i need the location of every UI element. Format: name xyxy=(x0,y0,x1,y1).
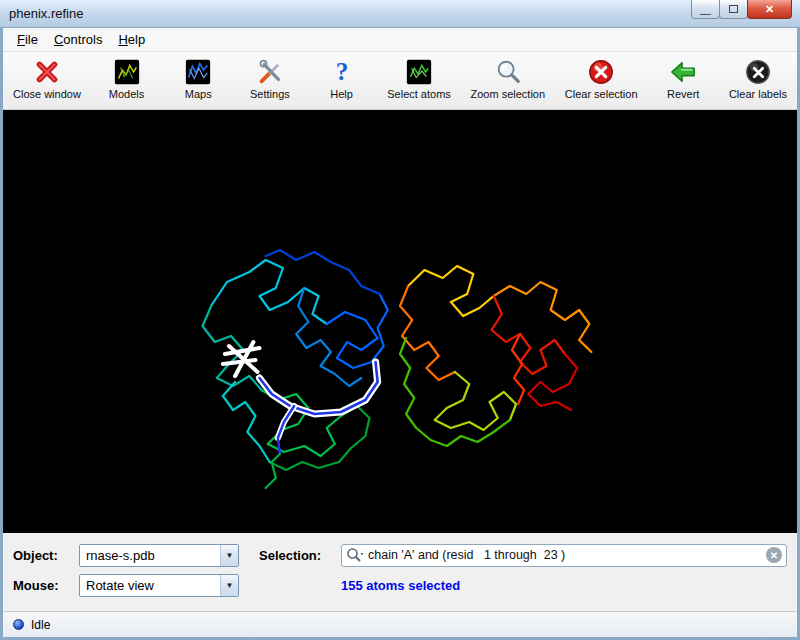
menu-file[interactable]: File xyxy=(9,29,46,50)
close-button[interactable]: ✕ xyxy=(747,0,792,19)
select-atoms-icon xyxy=(404,57,434,87)
control-panel: Object: rnase-s.pdb ▼ Selection: chain '… xyxy=(3,533,797,611)
toolbar-label: Close window xyxy=(13,88,81,100)
toolbar-clear-labels[interactable]: Clear labels xyxy=(727,56,789,101)
minimize-icon: — xyxy=(700,7,711,19)
maximize-button[interactable] xyxy=(719,0,748,19)
settings-icon xyxy=(255,57,285,87)
mouse-dropdown[interactable]: Rotate view ▼ xyxy=(79,574,239,597)
toolbar-revert[interactable]: Revert xyxy=(655,56,711,101)
toolbar-label: Clear selection xyxy=(565,88,638,100)
mouse-label: Mouse: xyxy=(13,578,79,593)
object-row: Object: rnase-s.pdb ▼ Selection: chain '… xyxy=(13,540,787,570)
zoom-selection-icon xyxy=(493,57,523,87)
menu-help[interactable]: Help xyxy=(110,29,153,50)
statusbar: Idle xyxy=(3,611,797,637)
toolbar-label: Clear labels xyxy=(729,88,787,100)
selection-value[interactable]: chain 'A' and (resid 1 through 23 ) xyxy=(368,548,766,562)
maps-icon xyxy=(183,57,213,87)
toolbar-label: Zoom selection xyxy=(471,88,546,100)
menubar: File Controls Help xyxy=(3,28,797,52)
toolbar-zoom-selection[interactable]: Zoom selection xyxy=(469,56,548,101)
atoms-selected-text: 155 atoms selected xyxy=(341,578,460,593)
toolbar-settings[interactable]: Settings xyxy=(242,56,298,101)
status-dot-icon xyxy=(13,619,24,630)
window-controls: — ✕ xyxy=(692,0,792,19)
toolbar-label: Maps xyxy=(185,88,212,100)
close-icon: ✕ xyxy=(765,3,774,16)
object-dropdown-value: rnase-s.pdb xyxy=(80,548,220,563)
toolbar-models[interactable]: Models xyxy=(99,56,155,101)
models-icon xyxy=(112,57,142,87)
selection-label: Selection: xyxy=(259,548,341,563)
svg-text:?: ? xyxy=(335,58,348,85)
phenix-refine-window: phenix.refine — ✕ File Controls Help Clo… xyxy=(0,0,800,640)
toolbar-close-window[interactable]: Close window xyxy=(11,56,83,101)
help-icon: ? xyxy=(327,57,357,87)
menu-controls[interactable]: Controls xyxy=(46,29,110,50)
molecule-render xyxy=(3,110,797,533)
search-icon xyxy=(346,547,368,563)
chevron-down-icon: ▼ xyxy=(220,545,238,566)
status-text: Idle xyxy=(31,618,50,632)
toolbar-label: Revert xyxy=(667,88,699,100)
clear-labels-icon xyxy=(743,57,773,87)
toolbar-label: Help xyxy=(330,88,353,100)
close-window-icon xyxy=(32,57,62,87)
toolbar-clear-selection[interactable]: Clear selection xyxy=(563,56,640,101)
window-title: phenix.refine xyxy=(9,6,83,21)
clear-selection-field-icon[interactable]: ✕ xyxy=(766,547,782,563)
selection-input[interactable]: chain 'A' and (resid 1 through 23 ) ✕ xyxy=(341,544,787,567)
toolbar-label: Models xyxy=(109,88,144,100)
maximize-icon xyxy=(729,5,738,13)
toolbar-select-atoms[interactable]: Select atoms xyxy=(385,56,453,101)
object-dropdown[interactable]: rnase-s.pdb ▼ xyxy=(79,544,239,567)
toolbar: Close window Models Maps Settings ? Help xyxy=(3,52,797,110)
toolbar-maps[interactable]: Maps xyxy=(170,56,226,101)
clear-selection-icon xyxy=(586,57,616,87)
molecule-viewport[interactable] xyxy=(3,110,797,533)
revert-icon xyxy=(668,57,698,87)
titlebar[interactable]: phenix.refine — ✕ xyxy=(0,0,800,28)
minimize-button[interactable]: — xyxy=(691,0,720,19)
mouse-dropdown-value: Rotate view xyxy=(80,578,220,593)
toolbar-label: Select atoms xyxy=(387,88,451,100)
mouse-row: Mouse: Rotate view ▼ 155 atoms selected xyxy=(13,570,787,600)
object-label: Object: xyxy=(13,548,79,563)
toolbar-help[interactable]: ? Help xyxy=(314,56,370,101)
toolbar-label: Settings xyxy=(250,88,290,100)
chevron-down-icon: ▼ xyxy=(220,575,238,596)
